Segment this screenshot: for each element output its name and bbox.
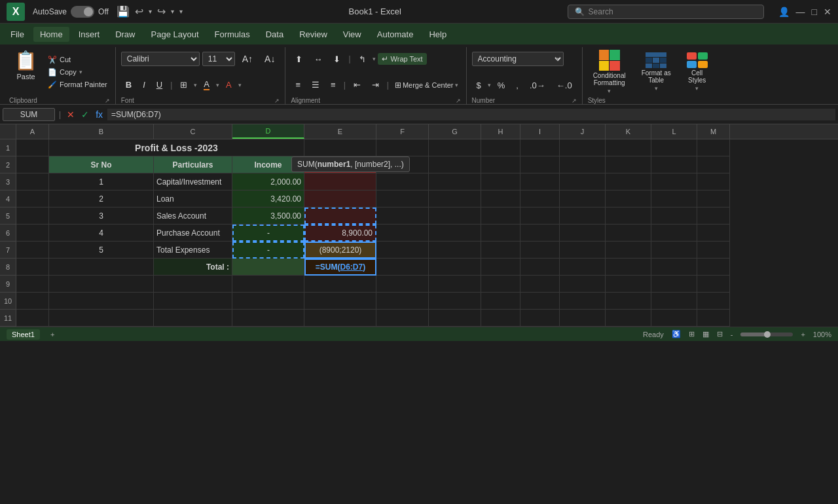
cell-b11[interactable] <box>49 310 154 327</box>
cell-b7[interactable]: 5 <box>49 242 154 259</box>
cell-l5[interactable] <box>651 207 697 225</box>
cell-d7[interactable]: - <box>232 242 304 259</box>
format-painter-button[interactable]: 🖌️ Format Painter <box>45 79 110 90</box>
cell-l4[interactable] <box>651 190 697 207</box>
cell-e6[interactable]: 8,900.00 <box>304 225 376 242</box>
col-header-k[interactable]: K <box>606 124 651 139</box>
cell-c4[interactable]: Loan <box>154 190 232 207</box>
cell-i4[interactable] <box>520 190 560 207</box>
col-header-c[interactable]: C <box>154 124 232 139</box>
cell-d10[interactable] <box>232 293 304 310</box>
cell-l3[interactable] <box>651 173 697 190</box>
menu-home[interactable]: Home <box>33 27 69 42</box>
cell-c6[interactable]: Purchase Account <box>154 225 232 242</box>
cell-h1[interactable] <box>481 139 520 156</box>
cell-b1-title[interactable]: Profit & Loss -2023 <box>49 139 304 156</box>
alignment-expand-icon[interactable]: ↗ <box>456 98 461 104</box>
cell-g2[interactable] <box>429 156 481 173</box>
number-format-dropdown-icon[interactable]: ▾ <box>556 56 559 62</box>
increase-indent-button[interactable]: ⇥ <box>367 78 384 92</box>
row-header-4[interactable]: 4 <box>0 190 16 207</box>
cell-i6[interactable] <box>520 225 560 242</box>
cell-j4[interactable] <box>560 190 606 207</box>
fill-dropdown-icon[interactable]: ▾ <box>216 82 219 88</box>
save-icon[interactable]: 💾 <box>117 5 130 18</box>
currency-dropdown-icon[interactable]: ▾ <box>488 82 491 88</box>
cell-a4[interactable] <box>16 190 49 207</box>
cell-b9[interactable] <box>49 276 154 293</box>
cell-e4[interactable] <box>304 190 376 207</box>
cell-j2[interactable] <box>560 156 606 173</box>
cell-f11[interactable] <box>376 310 429 327</box>
cell-m11[interactable] <box>697 310 730 327</box>
decrease-indent-button[interactable]: ⇤ <box>349 78 365 92</box>
cell-e7[interactable]: (8900;2120) <box>304 242 376 259</box>
redo-icon[interactable]: ↪ <box>157 5 166 18</box>
comma-button[interactable]: , <box>511 79 523 92</box>
format-as-table-button[interactable]: Format asTable ▾ <box>636 50 676 94</box>
font-color-dropdown-icon[interactable]: ▾ <box>238 82 242 88</box>
menu-data[interactable]: Data <box>259 27 290 42</box>
col-header-j[interactable]: J <box>560 124 606 139</box>
cell-d8[interactable] <box>232 259 304 276</box>
menu-file[interactable]: File <box>4 27 31 42</box>
cell-i1[interactable] <box>520 139 560 156</box>
fill-color-button[interactable]: A <box>199 77 214 92</box>
cell-c8[interactable]: Total : <box>154 259 232 276</box>
cell-k9[interactable] <box>606 276 651 293</box>
cell-k10[interactable] <box>606 293 651 310</box>
border-button[interactable]: ⊞ <box>175 78 192 92</box>
cell-g6[interactable] <box>429 225 481 242</box>
menu-insert[interactable]: Insert <box>72 27 107 42</box>
cell-f10[interactable] <box>376 293 429 310</box>
search-bar[interactable]: 🔍 Search <box>568 5 764 19</box>
cell-f7[interactable] <box>376 242 429 259</box>
cell-j1[interactable] <box>560 139 606 156</box>
cancel-formula-icon[interactable]: ✕ <box>65 109 77 120</box>
cell-k2[interactable] <box>606 156 651 173</box>
cell-k7[interactable] <box>606 242 651 259</box>
menu-draw[interactable]: Draw <box>109 27 141 42</box>
cell-j6[interactable] <box>560 225 606 242</box>
col-header-g[interactable]: G <box>429 124 481 139</box>
text-direction-button[interactable]: ↰ <box>354 52 371 66</box>
cell-f4[interactable] <box>376 190 429 207</box>
cell-l2[interactable] <box>651 156 697 173</box>
cell-k1[interactable] <box>606 139 651 156</box>
view-normal-icon[interactable]: ⊞ <box>689 330 695 338</box>
cell-h2[interactable] <box>481 156 520 173</box>
cell-j3[interactable] <box>560 173 606 190</box>
conditional-formatting-button[interactable]: ConditionalFormatting ▾ <box>588 47 631 97</box>
menu-page-layout[interactable]: Page Layout <box>145 27 206 42</box>
cell-m8[interactable] <box>697 259 730 276</box>
col-header-m[interactable]: M <box>697 124 730 139</box>
accessibility-icon[interactable]: ♿ <box>672 330 681 338</box>
font-name-select[interactable]: Calibri <box>121 52 200 66</box>
autosave-toggle[interactable] <box>71 6 94 18</box>
cell-h8[interactable] <box>481 259 520 276</box>
cell-k5[interactable] <box>606 207 651 225</box>
cell-b4[interactable]: 2 <box>49 190 154 207</box>
cell-d6[interactable]: - <box>232 225 304 242</box>
currency-button[interactable]: $ <box>472 79 486 92</box>
row-header-7[interactable]: 7 <box>0 242 16 259</box>
col-header-b[interactable]: B <box>49 124 154 139</box>
wrap-text-button[interactable]: ↵ Wrap Text <box>378 53 427 65</box>
cell-g1[interactable] <box>429 139 481 156</box>
cell-c9[interactable] <box>154 276 232 293</box>
cell-c7[interactable]: Total Expenses <box>154 242 232 259</box>
cell-g8[interactable] <box>429 259 481 276</box>
cell-f3[interactable] <box>376 173 429 190</box>
cell-a10[interactable] <box>16 293 49 310</box>
cell-h3[interactable] <box>481 173 520 190</box>
bold-button[interactable]: B <box>121 78 136 92</box>
cond-format-dropdown-icon[interactable]: ▾ <box>608 88 611 94</box>
cell-m5[interactable] <box>697 207 730 225</box>
row-header-2[interactable]: 2 <box>0 156 16 173</box>
cell-i7[interactable] <box>520 242 560 259</box>
cell-c5[interactable]: Sales Account <box>154 207 232 225</box>
align-middle-button[interactable]: ↔ <box>309 52 327 66</box>
row-header-1[interactable]: 1 <box>0 139 16 156</box>
cell-d5[interactable]: 3,500.00 <box>232 207 304 225</box>
undo-dropdown-icon[interactable]: ▾ <box>149 8 152 15</box>
